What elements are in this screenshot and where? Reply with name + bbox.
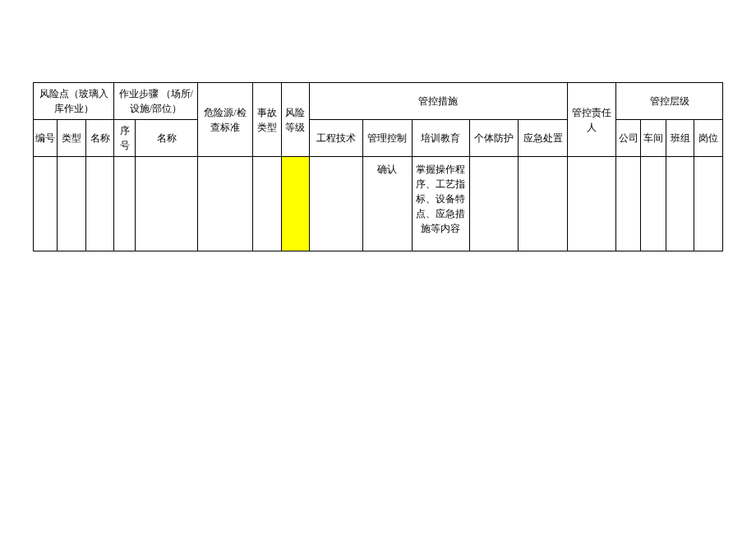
cell-emergency	[519, 157, 567, 251]
header-row-1: 风险点（玻璃入库作业） 作业步骤 （场所/设施/部位） 危险源/检查标准 事故类…	[34, 83, 723, 120]
header-type: 类型	[58, 120, 86, 157]
header-eng-tech: 工程技术	[310, 120, 363, 157]
header-step-no: 序号	[114, 120, 136, 157]
cell-eng-tech	[310, 157, 363, 251]
cell-responsible-person	[567, 157, 615, 251]
header-team: 班组	[666, 120, 694, 157]
cell-team	[666, 157, 694, 251]
cell-name	[85, 157, 114, 251]
header-accident-type: 事故类型	[253, 83, 282, 157]
header-name: 名称	[85, 120, 114, 157]
header-training: 培训教育	[412, 120, 469, 157]
header-mgmt-control: 管理控制	[363, 120, 412, 157]
header-work-steps: 作业步骤 （场所/设施/部位）	[114, 83, 198, 120]
table-row: 确认 掌握操作程序、工艺指标、设备特点、应急措施等内容	[34, 157, 723, 251]
header-emergency: 应急处置	[519, 120, 567, 157]
cell-post	[694, 157, 723, 251]
cell-hazard-source	[198, 157, 253, 251]
cell-type	[58, 157, 86, 251]
header-control-measures: 管控措施	[310, 83, 568, 120]
risk-assessment-table: 风险点（玻璃入库作业） 作业步骤 （场所/设施/部位） 危险源/检查标准 事故类…	[33, 82, 723, 251]
header-risk-level: 风险等级	[281, 83, 310, 157]
header-risk-point: 风险点（玻璃入库作业）	[34, 83, 114, 120]
cell-ppe	[469, 157, 518, 251]
header-ppe: 个体防护	[469, 120, 518, 157]
header-seq-no: 编号	[34, 120, 58, 157]
header-step-name: 名称	[136, 120, 198, 157]
cell-company	[616, 157, 641, 251]
cell-seq-no	[34, 157, 58, 251]
cell-workshop	[641, 157, 666, 251]
cell-risk-level	[281, 157, 310, 251]
header-hazard-source: 危险源/检查标准	[198, 83, 253, 157]
header-responsible-person: 管控责任人	[567, 83, 615, 157]
cell-step-no	[114, 157, 136, 251]
header-workshop: 车间	[641, 120, 666, 157]
cell-step-name	[136, 157, 198, 251]
header-company: 公司	[616, 120, 641, 157]
cell-mgmt-control: 确认	[363, 157, 412, 251]
header-post: 岗位	[694, 120, 723, 157]
header-row-2: 编号 类型 名称 序号 名称 工程技术 管理控制 培训教育 个体防护 应急处置 …	[34, 120, 723, 157]
cell-training: 掌握操作程序、工艺指标、设备特点、应急措施等内容	[412, 157, 469, 251]
header-control-level: 管控层级	[616, 83, 723, 120]
cell-accident-type	[253, 157, 282, 251]
